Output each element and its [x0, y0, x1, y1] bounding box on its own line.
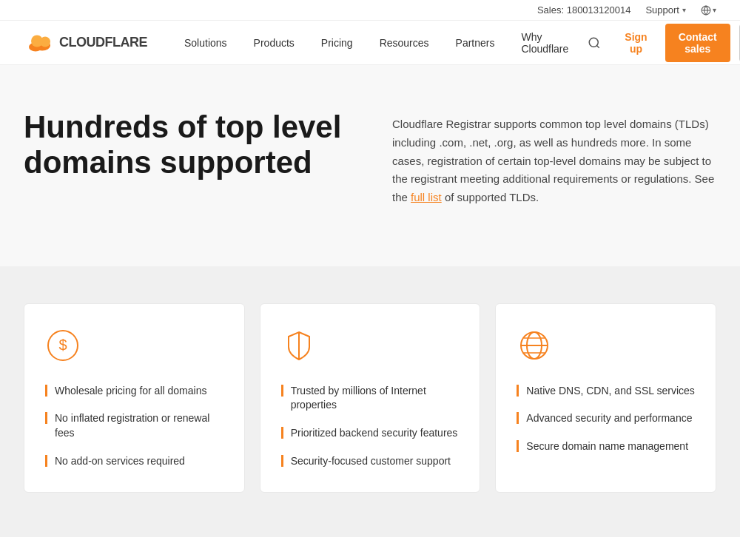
language-selector[interactable]: ▾: [701, 5, 716, 16]
globe-icon: [701, 5, 711, 16]
hero-section: Hundreds of top level domains supported …: [0, 65, 740, 266]
nav-partners[interactable]: Partners: [443, 21, 508, 65]
dollar-circle-icon: $: [45, 328, 81, 363]
pricing-item-1: Wholesale pricing for all domains: [45, 384, 223, 399]
security-item-3: Security-focused customer support: [281, 454, 460, 469]
nav-resources[interactable]: Resources: [366, 21, 443, 65]
nav-actions: Sign up Contact sales Log in: [582, 24, 740, 62]
nav-pricing[interactable]: Pricing: [308, 21, 366, 65]
dns-card: Native DNS, CDN, and SSL services Advanc…: [495, 303, 716, 493]
nav-solutions[interactable]: Solutions: [171, 21, 240, 65]
main-navigation: CLOUDFLARE Solutions Products Pricing Re…: [0, 21, 740, 65]
dns-feature-list: Native DNS, CDN, and SSL services Advanc…: [517, 384, 695, 454]
dns-item-3: Secure domain name management: [517, 439, 695, 454]
globe-chevron-icon: ▾: [713, 6, 716, 14]
security-item-2: Prioritized backend security features: [281, 426, 460, 441]
pricing-item-2: No inflated registration or renewal fees: [45, 411, 223, 440]
sales-number: Sales: 180013120014: [537, 4, 631, 16]
search-icon: [588, 36, 601, 50]
chevron-down-icon: ▾: [682, 6, 686, 14]
bottom-section: manytools™: [0, 537, 740, 560]
logo-text: CLOUDFLARE: [59, 35, 147, 50]
hero-right: Cloudflare Registrar supports common top…: [392, 109, 716, 207]
network-globe-icon: [517, 328, 552, 363]
nav-why-cloudflare[interactable]: Why Cloudflare: [508, 21, 582, 65]
nav-links: Solutions Products Pricing Resources Par…: [171, 21, 582, 65]
support-menu[interactable]: Support ▾: [645, 4, 686, 16]
pricing-item-3: No add-on services required: [45, 454, 223, 469]
nav-products[interactable]: Products: [240, 21, 308, 65]
security-item-1: Trusted by millions of Internet properti…: [281, 384, 460, 413]
contact-sales-button[interactable]: Contact sales: [665, 24, 730, 62]
pricing-feature-list: Wholesale pricing for all domains No inf…: [45, 384, 223, 468]
top-utility-bar: Sales: 180013120014 Support ▾ ▾: [0, 0, 740, 21]
shield-icon: [281, 328, 317, 363]
full-list-link[interactable]: full list: [411, 191, 442, 203]
svg-point-5: [31, 35, 43, 47]
features-grid: $ Wholesale pricing for all domains No i…: [24, 303, 716, 493]
hero-description: Cloudflare Registrar supports common top…: [392, 115, 716, 207]
hero-title: Hundreds of top level domains supported: [24, 109, 348, 181]
logo[interactable]: CLOUDFLARE: [24, 33, 147, 53]
security-feature-list: Trusted by millions of Internet properti…: [281, 384, 460, 468]
features-section: $ Wholesale pricing for all domains No i…: [0, 266, 740, 537]
signup-button[interactable]: Sign up: [616, 25, 656, 61]
security-card: Trusted by millions of Internet properti…: [260, 303, 481, 493]
svg-line-7: [597, 45, 599, 47]
support-label: Support: [645, 4, 679, 16]
pricing-card: $ Wholesale pricing for all domains No i…: [24, 303, 245, 493]
hero-left: Hundreds of top level domains supported: [24, 109, 348, 181]
dns-item-1: Native DNS, CDN, and SSL services: [517, 384, 695, 399]
cloudflare-logo-icon: [24, 33, 53, 53]
dns-item-2: Advanced security and performance: [517, 411, 695, 426]
search-button[interactable]: [582, 33, 607, 53]
svg-point-6: [590, 38, 599, 47]
svg-text:$: $: [58, 337, 67, 353]
